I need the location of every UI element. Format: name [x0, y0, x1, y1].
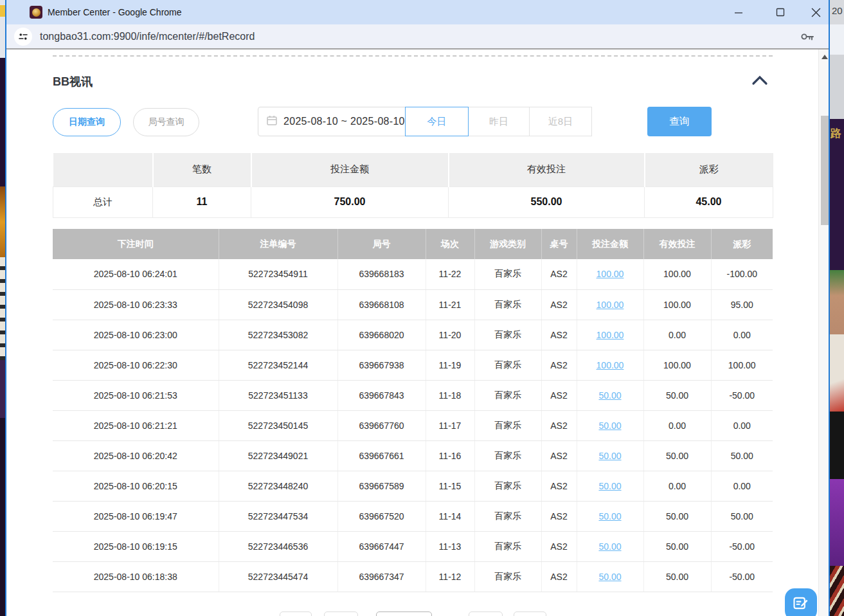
cell-time: 2025-08-10 06:22:30 [53, 350, 219, 380]
site-settings-icon[interactable] [14, 28, 32, 46]
bet-amount-link[interactable]: 50.00 [598, 511, 621, 521]
cell-game: 百家乐 [474, 350, 541, 380]
cell-round: 639667938 [337, 350, 426, 380]
header-session: 场次 [426, 229, 474, 259]
pagination-item-1[interactable] [280, 611, 312, 616]
today-button[interactable]: 今日 [405, 107, 469, 136]
bet-amount-link[interactable]: 50.00 [598, 541, 621, 552]
cell-session: 11-14 [426, 501, 474, 531]
cell-valid: 100.00 [643, 259, 711, 289]
scrollbar-up-arrow-icon[interactable] [822, 55, 828, 59]
cell-payout: -100.00 [711, 259, 773, 289]
cell-bet[interactable]: 100.00 [577, 289, 643, 320]
scrollbar-track[interactable] [818, 50, 829, 616]
cell-session: 11-20 [426, 320, 474, 350]
cell-payout: -50.00 [711, 561, 773, 592]
cell-payout: 0.00 [711, 410, 773, 440]
cell-bet[interactable]: 50.00 [577, 410, 643, 440]
pagination-item-4[interactable] [469, 611, 503, 616]
header-valid-bet: 有效投注 [643, 229, 711, 259]
screen: 20 路 Member Center - Google Chrome [0, 0, 844, 616]
cell-valid: 100.00 [643, 289, 711, 320]
search-button[interactable]: 查询 [647, 107, 712, 136]
cell-bet[interactable]: 50.00 [577, 471, 643, 501]
close-button[interactable] [802, 1, 829, 23]
cell-bet[interactable]: 50.00 [577, 440, 643, 471]
cell-order: 522723454911 [219, 259, 337, 289]
summary-header-row: 笔数 投注金额 有效投注 派彩 [53, 153, 773, 186]
address-bar[interactable]: tongbao31.com:9900/infe/mcenter/#/betRec… [6, 24, 829, 50]
bet-amount-link[interactable]: 100.00 [597, 360, 624, 370]
bet-amount-link[interactable]: 50.00 [598, 481, 621, 491]
cell-order: 522723450145 [219, 410, 337, 440]
cell-bet[interactable]: 50.00 [577, 380, 643, 410]
bet-amount-link[interactable]: 100.00 [597, 330, 624, 340]
minimize-button[interactable] [725, 1, 752, 23]
cell-valid: 0.00 [643, 410, 711, 440]
header-payout: 派彩 [711, 229, 773, 259]
cell-bet[interactable]: 50.00 [577, 501, 643, 531]
collapse-chevron-up-icon[interactable] [751, 74, 769, 88]
cell-payout: -50.00 [711, 380, 773, 410]
cell-session: 11-19 [426, 350, 474, 380]
bet-amount-link[interactable]: 100.00 [597, 269, 624, 279]
cell-session: 11-15 [426, 471, 474, 501]
bet-amount-link[interactable]: 100.00 [597, 300, 624, 310]
header-order-no: 注单编号 [219, 229, 337, 259]
table-row: 2025-08-10 06:21:53522723451133639667843… [53, 380, 773, 410]
cell-session: 11-16 [426, 440, 474, 471]
window-titlebar[interactable]: Member Center - Google Chrome [6, 0, 829, 24]
cell-bet[interactable]: 100.00 [577, 320, 643, 350]
cell-valid: 0.00 [643, 320, 711, 350]
pagination-item-2[interactable] [324, 611, 358, 616]
pagination-item-3[interactable] [376, 611, 432, 616]
cell-round: 639668183 [337, 259, 426, 289]
cell-bet[interactable]: 50.00 [577, 561, 643, 592]
cell-bet[interactable]: 50.00 [577, 531, 643, 561]
scrollbar-thumb[interactable] [821, 116, 829, 225]
table-row: 2025-08-10 06:19:15522723446536639667447… [53, 531, 773, 561]
table-row: 2025-08-10 06:23:33522723454098639668108… [53, 289, 773, 320]
url-text[interactable]: tongbao31.com:9900/infe/mcenter/#/betRec… [40, 24, 255, 48]
cell-bet[interactable]: 100.00 [577, 259, 643, 289]
cell-table: AS2 [541, 259, 577, 289]
header-round-no: 局号 [337, 229, 426, 259]
cell-bet[interactable]: 100.00 [577, 350, 643, 380]
cell-valid: 50.00 [643, 531, 711, 561]
summary-count-value: 11 [153, 186, 251, 217]
cell-order: 522723445474 [219, 561, 337, 592]
desktop-background-right [830, 566, 844, 616]
pagination-item-5[interactable] [514, 611, 546, 616]
table-row: 2025-08-10 06:19:47522723447534639667520… [53, 501, 773, 531]
cell-valid: 100.00 [643, 350, 711, 380]
summary-total-label: 总计 [53, 186, 153, 217]
cell-order: 522723454098 [219, 289, 337, 320]
password-key-icon[interactable] [799, 29, 816, 47]
round-query-tab[interactable]: 局号查询 [133, 108, 199, 136]
desktop-background-right [830, 24, 844, 55]
bet-amount-link[interactable]: 50.00 [598, 572, 621, 582]
maximize-button[interactable] [767, 1, 794, 23]
cell-round: 639668108 [337, 289, 426, 320]
bet-amount-link[interactable]: 50.00 [598, 421, 621, 431]
cell-valid: 50.00 [643, 561, 711, 592]
summary-header-payout: 派彩 [645, 153, 773, 186]
cell-game: 百家乐 [474, 531, 541, 561]
cell-round: 639667347 [337, 561, 426, 592]
bet-amount-link[interactable]: 50.00 [598, 451, 621, 461]
cell-table: AS2 [541, 471, 577, 501]
cell-payout: -50.00 [711, 531, 773, 561]
cell-game: 百家乐 [474, 410, 541, 440]
last8days-button[interactable]: 近8日 [529, 107, 592, 136]
summary-table: 笔数 投注金额 有效投注 派彩 总计 11 750.00 550.00 45.0… [53, 153, 773, 218]
compose-floating-button[interactable] [785, 588, 817, 616]
cell-order: 522723448240 [219, 471, 337, 501]
cell-table: AS2 [541, 501, 577, 531]
table-row: 2025-08-10 06:23:00522723453082639668020… [53, 320, 773, 350]
bet-amount-link[interactable]: 50.00 [598, 390, 621, 401]
yesterday-button[interactable]: 昨日 [468, 107, 530, 136]
table-row: 2025-08-10 06:18:38522723445474639667347… [53, 561, 773, 592]
date-query-tab[interactable]: 日期查询 [53, 108, 121, 136]
cell-order: 522723447534 [219, 501, 337, 531]
cell-game: 百家乐 [474, 289, 541, 320]
